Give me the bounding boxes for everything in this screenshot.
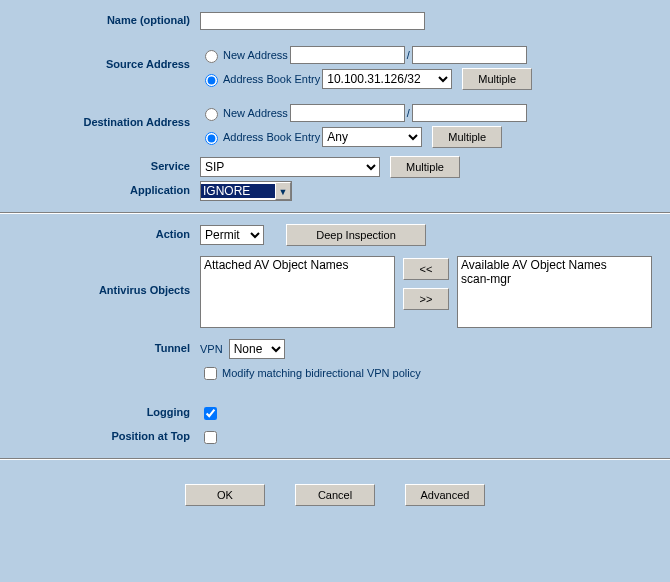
dst-book-entry-radio-label: Address Book Entry: [223, 131, 320, 143]
position-at-top-checkbox[interactable]: [204, 431, 217, 444]
attached-av-header: Attached AV Object Names: [204, 258, 391, 272]
name-input[interactable]: [200, 12, 425, 30]
available-av-header: Available AV Object Names: [461, 258, 648, 272]
application-label: Application: [10, 180, 200, 196]
src-new-address-input1[interactable]: [290, 46, 405, 64]
move-left-button[interactable]: <<: [403, 258, 449, 280]
dst-address-separator: /: [407, 107, 410, 119]
service-select[interactable]: SIP: [200, 157, 380, 177]
action-label: Action: [10, 224, 200, 240]
src-address-separator: /: [407, 49, 410, 61]
dst-new-address-input1[interactable]: [290, 104, 405, 122]
divider: [0, 212, 670, 214]
destination-address-label: Destination Address: [10, 102, 200, 128]
chevron-down-icon: ▼: [275, 182, 291, 200]
position-at-top-label: Position at Top: [10, 426, 200, 442]
src-multiple-button[interactable]: Multiple: [462, 68, 532, 90]
source-address-label: Source Address: [10, 44, 200, 70]
dst-book-entry-radio[interactable]: [205, 132, 218, 145]
modify-bidirectional-label: Modify matching bidirectional VPN policy: [222, 367, 421, 379]
available-av-listbox[interactable]: Available AV Object Names scan-mgr: [457, 256, 652, 328]
cancel-button[interactable]: Cancel: [295, 484, 375, 506]
logging-checkbox[interactable]: [204, 407, 217, 420]
ok-button[interactable]: OK: [185, 484, 265, 506]
src-book-entry-select[interactable]: 10.100.31.126/32: [322, 69, 452, 89]
move-right-button[interactable]: >>: [403, 288, 449, 310]
logging-label: Logging: [10, 402, 200, 418]
advanced-button[interactable]: Advanced: [405, 484, 485, 506]
tunnel-label: Tunnel: [10, 338, 200, 354]
dst-multiple-button[interactable]: Multiple: [432, 126, 502, 148]
src-new-address-radio[interactable]: [205, 50, 218, 63]
attached-av-listbox[interactable]: Attached AV Object Names: [200, 256, 395, 328]
action-select[interactable]: Permit: [200, 225, 264, 245]
src-new-address-input2[interactable]: [412, 46, 527, 64]
application-select[interactable]: IGNORE ▼: [200, 181, 292, 201]
vpn-sublabel: VPN: [200, 343, 223, 355]
src-new-address-radio-label: New Address: [223, 49, 288, 61]
service-label: Service: [10, 156, 200, 172]
deep-inspection-button[interactable]: Deep Inspection: [286, 224, 426, 246]
antivirus-objects-label: Antivirus Objects: [10, 256, 200, 296]
src-book-entry-radio[interactable]: [205, 74, 218, 87]
src-book-entry-radio-label: Address Book Entry: [223, 73, 320, 85]
dst-new-address-radio[interactable]: [205, 108, 218, 121]
dst-new-address-input2[interactable]: [412, 104, 527, 122]
modify-bidirectional-checkbox[interactable]: [204, 367, 217, 380]
divider: [0, 458, 670, 460]
service-multiple-button[interactable]: Multiple: [390, 156, 460, 178]
vpn-select[interactable]: None: [229, 339, 285, 359]
dst-new-address-radio-label: New Address: [223, 107, 288, 119]
available-av-item[interactable]: scan-mgr: [461, 272, 648, 286]
dst-book-entry-select[interactable]: Any: [322, 127, 422, 147]
name-label: Name (optional): [10, 10, 200, 26]
